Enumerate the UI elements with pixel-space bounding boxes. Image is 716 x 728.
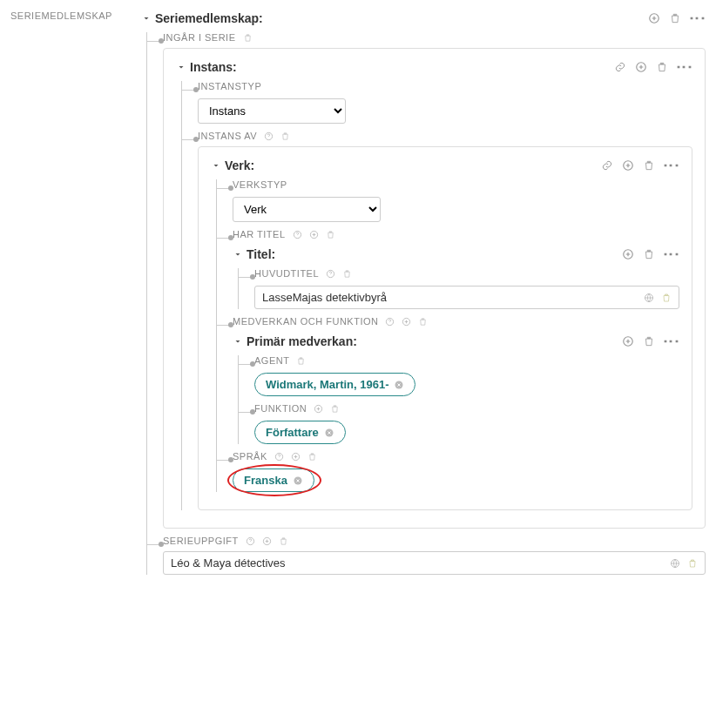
help-icon[interactable] <box>385 317 395 327</box>
help-icon[interactable] <box>293 230 302 239</box>
verk-title: Verk: <box>225 158 254 172</box>
add-icon[interactable] <box>635 61 647 73</box>
huvudtitel-label: HUVUDTITEL <box>254 268 679 279</box>
help-icon[interactable] <box>274 452 284 462</box>
add-icon[interactable] <box>314 404 323 414</box>
instans-title: Instans: <box>190 60 237 74</box>
primar-medverkan-title: Primär medverkan: <box>247 334 357 348</box>
add-icon[interactable] <box>622 159 634 172</box>
add-icon[interactable] <box>648 12 660 24</box>
trash-icon[interactable] <box>687 558 698 569</box>
trash-icon[interactable] <box>330 404 340 414</box>
har-titel-label: HAR TITEL <box>233 229 679 239</box>
instans-av-label: INSTANS AV <box>198 131 692 141</box>
globe-icon[interactable] <box>670 558 680 569</box>
chevron-down-icon[interactable] <box>211 160 221 171</box>
trash-icon[interactable] <box>669 12 681 24</box>
more-icon[interactable]: ⋮ <box>690 10 706 25</box>
trash-icon[interactable] <box>279 536 288 546</box>
agent-chip[interactable]: Widmark, Martin, 1961- <box>254 373 415 396</box>
serieuppgift-input[interactable]: Léo & Maya détectives <box>163 551 706 575</box>
chevron-down-icon[interactable] <box>141 13 152 24</box>
instans-card: Instans: ⋮ INSTANSTYP <box>163 48 706 529</box>
agent-label: AGENT <box>254 355 679 366</box>
ingar-i-serie-label: INGÅR I SERIE <box>163 32 706 43</box>
more-icon[interactable]: ⋮ <box>664 334 679 348</box>
titel-title: Titel: <box>247 247 275 261</box>
funktion-chip[interactable]: Författare <box>254 421 346 444</box>
link-icon[interactable] <box>614 61 626 73</box>
seriemedlemskap-header: Seriemedlemskap: ⋮ <box>141 10 706 25</box>
more-icon[interactable]: ⋮ <box>677 59 692 74</box>
trash-icon[interactable] <box>296 356 306 366</box>
trash-icon[interactable] <box>656 61 668 73</box>
trash-icon[interactable] <box>326 230 335 239</box>
seriemedlemskap-title: Seriemedlemskap: <box>155 11 263 25</box>
link-icon[interactable] <box>601 159 613 172</box>
serieuppgift-value: Léo & Maya détectives <box>171 556 670 570</box>
sprak-chip[interactable]: Franska <box>233 468 314 492</box>
funktion-value: Författare <box>266 426 319 439</box>
serieuppgift-label: SERIEUPPGIFT <box>163 536 706 546</box>
chevron-down-icon[interactable] <box>233 336 243 347</box>
more-icon[interactable]: ⋮ <box>664 158 679 172</box>
left-column-label: SERIEMEDLEMSKAP <box>10 10 124 21</box>
trash-icon[interactable] <box>418 317 428 327</box>
huvudtitel-input[interactable]: LasseMajas detektivbyrå <box>254 286 679 309</box>
verkstyp-label: VERKSTYP <box>233 179 679 190</box>
remove-icon[interactable] <box>394 380 404 390</box>
verk-card: Verk: ⋮ <box>198 146 692 510</box>
more-icon[interactable]: ⋮ <box>664 246 679 261</box>
chevron-down-icon[interactable] <box>176 62 186 72</box>
agent-value: Widmark, Martin, 1961- <box>266 378 388 391</box>
remove-icon[interactable] <box>293 475 303 486</box>
add-icon[interactable] <box>622 248 634 260</box>
trash-icon[interactable] <box>643 159 655 172</box>
add-icon[interactable] <box>309 230 319 239</box>
remove-icon[interactable] <box>324 428 334 438</box>
add-icon[interactable] <box>402 317 411 327</box>
globe-icon[interactable] <box>644 293 654 303</box>
add-icon[interactable] <box>291 452 301 462</box>
medverkan-label: MEDVERKAN OCH FUNKTION <box>233 316 679 327</box>
add-icon[interactable] <box>622 335 634 347</box>
help-icon[interactable] <box>246 536 255 546</box>
add-icon[interactable] <box>262 536 272 546</box>
trash-icon[interactable] <box>661 293 672 303</box>
trash-icon[interactable] <box>643 248 655 260</box>
chevron-down-icon[interactable] <box>233 249 243 260</box>
sprak-value: Franska <box>244 474 287 487</box>
help-icon[interactable] <box>326 269 335 279</box>
sprak-highlight: Franska <box>233 468 314 492</box>
instanstyp-select[interactable]: Instans <box>198 98 346 124</box>
trash-icon[interactable] <box>342 269 352 279</box>
trash-icon[interactable] <box>643 335 655 347</box>
trash-icon[interactable] <box>243 33 253 43</box>
trash-icon[interactable] <box>307 452 317 462</box>
sprak-label: SPRÅK <box>233 451 679 462</box>
trash-icon[interactable] <box>280 131 290 141</box>
verkstyp-select[interactable]: Verk <box>233 197 381 222</box>
instanstyp-label: INSTANSTYP <box>198 81 692 91</box>
help-icon[interactable] <box>264 131 274 141</box>
funktion-label: FUNKTION <box>254 403 679 414</box>
huvudtitel-value: LasseMajas detektivbyrå <box>262 291 644 304</box>
